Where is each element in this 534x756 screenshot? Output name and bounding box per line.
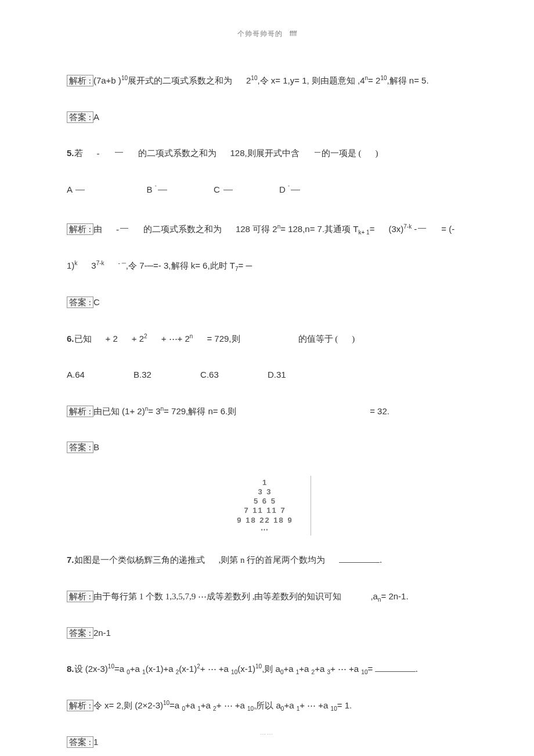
q5-optA: A — [67, 185, 86, 194]
header-right: ffff — [290, 30, 297, 38]
q5-stem: 5.若-的二项式系数之和为128,则展开式中含的一项是 () — [67, 145, 467, 162]
page-header: 个帅哥帅哥的 ffff — [67, 29, 467, 39]
q6-optB: B.32 — [134, 367, 151, 384]
q5-optD: D - — [279, 185, 301, 194]
q4-solution: 解析 :(7a+b )10展开式的二项式系数之和为210,令 x= 1,y= 1… — [67, 73, 467, 89]
label-jiexi: 解析 : — [67, 223, 93, 235]
q7-answer: 答案 :2n-1 — [67, 625, 467, 642]
label-daan: 答案 : — [67, 736, 93, 748]
q6-optC: C.63 — [200, 367, 219, 384]
q5-solution-l2: 1)k37-k- ─,令 7-─=- 3,解得 k= 6,此时 T7= ─ — [67, 258, 467, 274]
q7-stem: 7.如图是一个类似杨辉三角的递推式,则第 n 行的首尾两个数均为. — [67, 552, 467, 569]
header-left: 个帅哥帅哥的 — [237, 30, 283, 38]
blank-input — [375, 664, 416, 672]
q8-solution: 解析 :令 x= 2,则 (2×2-3)10=a 0+a 1+a 2+ ⋯ +a… — [67, 697, 467, 714]
q5-solution-l1: 解析 :由-的二项式系数之和为128 可得 2n= 128,n= 7.其通项 T… — [67, 221, 467, 238]
pascal-like-triangle: 1 3 3 5 6 5 7 11 11 7 9 18 22 18 9 ⋯ — [223, 476, 311, 536]
label-daan: 答案 : — [67, 627, 93, 639]
label-daan: 答案 : — [67, 111, 93, 123]
q7-solution: 解析 :由于每行第 1 个数 1,3,5,7,9 ⋯成等差数列 ,由等差数列的知… — [67, 588, 467, 605]
q6-solution: 解析 :由已知 (1+ 2)n= 3n= 729,解得 n= 6.则= 32. — [67, 403, 467, 420]
q6-answer: 答案 :B — [67, 439, 467, 456]
q5-answer: 答案 :C — [67, 294, 467, 311]
label-jiexi: 解析 : — [67, 406, 93, 417]
q4-answer: 答案 :A — [67, 109, 467, 126]
q6-optD: D.31 — [268, 367, 286, 384]
label-jiexi: 解析 : — [67, 700, 93, 711]
q5-optB: B - — [147, 185, 168, 194]
q8-stem: 8.设 (2x-3)10=a 0+a 1(x-1)+a 2(x-1)2+ ⋯ +… — [67, 661, 467, 678]
q5-options: A B - C D - — [67, 182, 467, 198]
q6-options: A.64 B.32 C.63 D.31 — [67, 367, 467, 384]
q5-optC: C — [214, 185, 234, 194]
label-daan: 答案 : — [67, 442, 93, 453]
label-jiexi: 解析 : — [67, 591, 93, 602]
label-jiexi: 解析 : — [67, 75, 93, 86]
q6-stem: 6.已知+ 2+ 22+ ⋯+ 2n= 729,则的值等于 () — [67, 331, 467, 348]
label-daan: 答案 : — [67, 296, 93, 308]
page-footer: ⋯⋯ — [0, 731, 534, 737]
q6-optA: A.64 — [67, 367, 85, 384]
blank-input — [339, 555, 380, 563]
